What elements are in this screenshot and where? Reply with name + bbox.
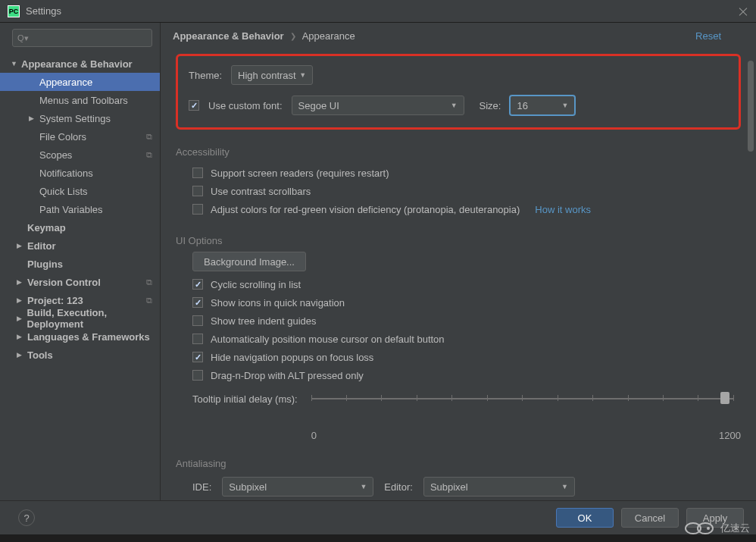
chevron-down-icon: ▼ — [562, 102, 569, 109]
breadcrumb-root[interactable]: Appearance & Behavior — [173, 30, 284, 42]
tree-system-settings[interactable]: System Settings — [0, 109, 160, 127]
project-scope-icon: ⧉ — [146, 296, 152, 305]
chevron-right-icon — [17, 296, 24, 304]
project-scope-icon: ⧉ — [146, 277, 152, 287]
chevron-down-icon: ▼ — [451, 102, 458, 109]
settings-tree: Appearance & Behavior Appearance Menus a… — [0, 52, 160, 500]
contrast-scrollbars-checkbox[interactable] — [192, 186, 203, 196]
how-it-works-link[interactable]: How it works — [535, 204, 591, 215]
tooltip-max: 1200 — [719, 430, 741, 441]
window-title: Settings — [26, 5, 61, 17]
aa-ide-label: IDE: — [192, 481, 211, 493]
chevron-right-icon — [17, 333, 24, 340]
sidebar: Q▾ Appearance & Behavior Appearance Menu… — [0, 23, 161, 500]
tree-menus-toolbars[interactable]: Menus and Toolbars — [0, 91, 160, 109]
quick-nav-icons-checkbox[interactable] — [192, 297, 203, 308]
aa-editor-label: Editor: — [384, 481, 413, 493]
tree-scopes[interactable]: Scopes ⧉ — [0, 146, 160, 164]
screen-readers-checkbox[interactable] — [192, 168, 203, 178]
tree-version-control[interactable]: Version Control ⧉ — [0, 273, 160, 291]
custom-font-combo[interactable]: Segoe UI ▼ — [292, 96, 464, 115]
app-icon: PC — [8, 5, 20, 17]
breadcrumb-leaf: Appearance — [302, 30, 355, 42]
tree-appearance[interactable]: Appearance — [0, 73, 160, 91]
tree-notifications[interactable]: Notifications — [0, 164, 160, 182]
cyclic-scrolling-checkbox[interactable] — [192, 279, 203, 290]
search-input[interactable]: Q▾ — [12, 29, 152, 47]
help-button[interactable]: ? — [18, 509, 35, 526]
cancel-button[interactable]: Cancel — [621, 508, 679, 528]
chevron-down-icon — [11, 60, 18, 67]
chevron-down-icon: ▼ — [561, 483, 568, 490]
tree-editor[interactable]: Editor — [0, 237, 160, 255]
chevron-right-icon — [17, 242, 24, 249]
tree-appearance-behavior[interactable]: Appearance & Behavior — [0, 55, 160, 73]
project-scope-icon: ⧉ — [146, 150, 152, 160]
chevron-right-icon — [17, 351, 24, 359]
chevron-right-icon — [17, 278, 24, 286]
reset-link[interactable]: Reset — [695, 30, 721, 42]
use-custom-font-label: Use custom font: — [208, 100, 283, 111]
scrollbar-thumb[interactable] — [748, 61, 754, 152]
chevron-right-icon: ❯ — [290, 32, 296, 40]
project-scope-icon: ⧉ — [146, 132, 152, 142]
ok-button[interactable]: OK — [556, 508, 614, 528]
aa-editor-combo[interactable]: Subpixel ▼ — [423, 477, 575, 497]
tree-path-variables[interactable]: Path Variables — [0, 200, 160, 218]
tree-file-colors[interactable]: File Colors ⧉ — [0, 127, 160, 146]
tree-plugins[interactable]: Plugins — [0, 255, 160, 273]
scrollbar[interactable] — [747, 53, 754, 499]
chevron-down-icon: ▼ — [299, 71, 306, 79]
section-antialiasing: Antialiasing — [176, 458, 741, 469]
drag-alt-checkbox[interactable] — [192, 370, 203, 381]
hide-nav-popups-checkbox[interactable] — [192, 352, 203, 362]
use-custom-font-checkbox[interactable] — [189, 100, 199, 111]
footer: ? OK Cancel Apply — [0, 500, 756, 534]
color-deficiency-checkbox[interactable] — [192, 204, 203, 215]
background-image-button[interactable]: Background Image... — [192, 252, 306, 271]
breadcrumb: Appearance & Behavior ❯ Appearance Reset — [161, 23, 756, 49]
font-size-combo[interactable]: 16 ▼ — [510, 96, 575, 115]
tree-tools[interactable]: Tools — [0, 346, 160, 364]
chevron-right-icon — [29, 114, 36, 122]
apply-button[interactable]: Apply — [686, 508, 744, 528]
highlight-theme-font: Theme: High contrast ▼ Use custom font: … — [176, 54, 741, 130]
tooltip-delay-label: Tooltip initial delay (ms): — [192, 390, 298, 405]
tree-keymap[interactable]: Keymap — [0, 218, 160, 237]
tooltip-min: 0 — [311, 430, 317, 441]
font-size-label: Size: — [480, 100, 501, 111]
titlebar: PC Settings — [0, 0, 756, 23]
slider-thumb[interactable] — [720, 392, 729, 404]
theme-label: Theme: — [189, 70, 222, 81]
tree-languages[interactable]: Languages & Frameworks — [0, 327, 160, 346]
chevron-right-icon — [17, 315, 24, 322]
close-icon[interactable] — [738, 6, 748, 17]
section-accessibility: Accessibility — [176, 146, 741, 158]
section-ui-options: UI Options — [176, 235, 741, 246]
tooltip-delay-slider[interactable] — [311, 390, 733, 415]
chevron-down-icon: ▼ — [360, 483, 367, 490]
aa-ide-combo[interactable]: Subpixel ▼ — [222, 477, 373, 497]
tree-indent-checkbox[interactable] — [192, 315, 203, 326]
theme-combo[interactable]: High contrast ▼ — [231, 65, 313, 85]
auto-mouse-checkbox[interactable] — [192, 334, 203, 344]
tree-quick-lists[interactable]: Quick Lists — [0, 182, 160, 200]
tree-build[interactable]: Build, Execution, Deployment — [0, 309, 160, 327]
search-placeholder: Q▾ — [17, 33, 29, 43]
